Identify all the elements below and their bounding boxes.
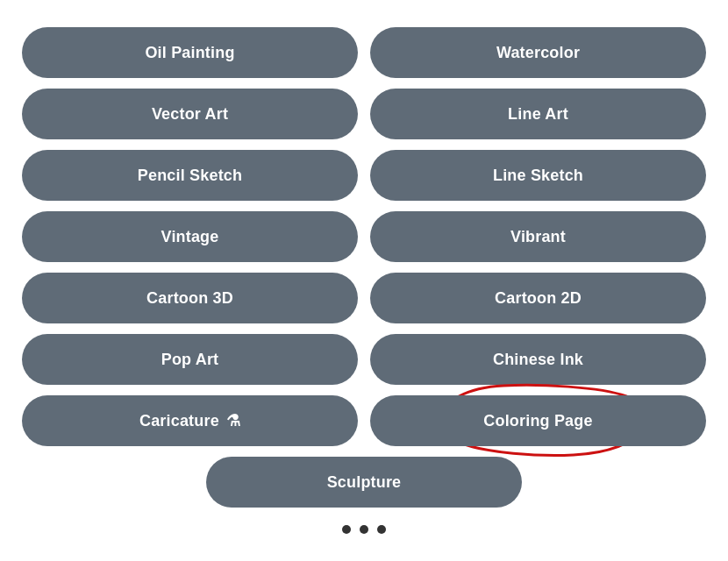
coloring-page-wrapper: Coloring Page [370,395,706,446]
dot-3 [377,525,386,534]
row-6: Pop Art Chinese Ink [22,334,706,385]
dot-1 [342,525,351,534]
watercolor-button[interactable]: Watercolor [370,27,706,78]
row-4: Vintage Vibrant [22,211,706,262]
pagination-dots [342,525,386,534]
pencil-sketch-button[interactable]: Pencil Sketch [22,150,358,201]
line-art-button[interactable]: Line Art [370,89,706,139]
flask-icon: ⚗ [226,411,240,430]
cartoon-3d-button[interactable]: Cartoon 3D [22,273,358,323]
pop-art-button[interactable]: Pop Art [22,334,358,385]
row-3: Pencil Sketch Line Sketch [22,150,706,201]
vibrant-button[interactable]: Vibrant [370,211,706,262]
line-sketch-button[interactable]: Line Sketch [370,150,706,201]
chinese-ink-button[interactable]: Chinese Ink [370,334,706,385]
vector-art-button[interactable]: Vector Art [22,89,358,139]
vintage-button[interactable]: Vintage [22,211,358,262]
caricature-button[interactable]: Caricature ⚗ [22,395,358,446]
row-8: Sculpture [22,457,706,508]
row-5: Cartoon 3D Cartoon 2D [22,273,706,323]
oil-painting-button[interactable]: Oil Painting [22,27,358,78]
row-7: Caricature ⚗ Coloring Page [22,395,706,446]
row-1: Oil Painting Watercolor [22,27,706,78]
row-2: Vector Art Line Art [22,89,706,139]
dot-2 [360,525,368,534]
art-style-grid: Oil Painting Watercolor Vector Art Line … [0,10,728,551]
coloring-page-button[interactable]: Coloring Page [370,395,706,446]
sculpture-button[interactable]: Sculpture [206,457,522,508]
cartoon-2d-button[interactable]: Cartoon 2D [370,273,706,323]
caricature-label: Caricature [139,412,219,430]
